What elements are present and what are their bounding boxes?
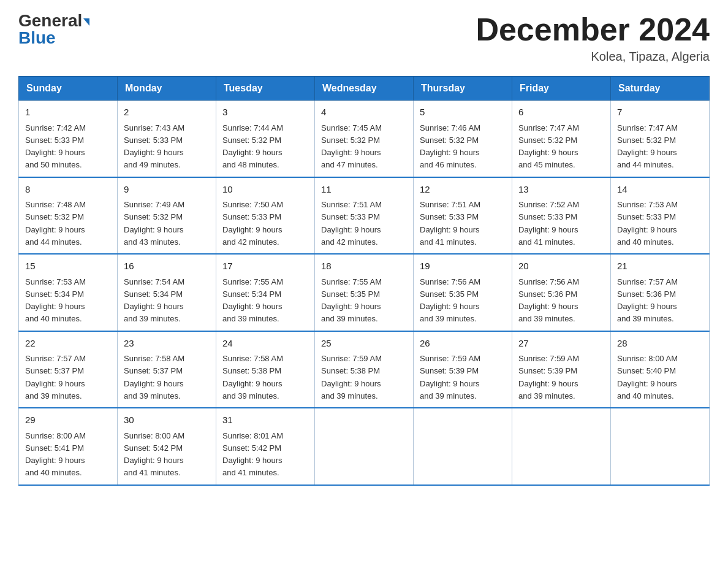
table-row: 25 Sunrise: 7:59 AMSunset: 5:38 PMDaylig… [315, 331, 414, 408]
day-info: Sunrise: 7:54 AMSunset: 5:34 PMDaylight:… [124, 277, 184, 324]
calendar-week-row: 29 Sunrise: 8:00 AMSunset: 5:41 PMDaylig… [19, 408, 710, 485]
day-number: 21 [617, 259, 703, 274]
day-number: 5 [420, 105, 506, 120]
table-row: 19 Sunrise: 7:56 AMSunset: 5:35 PMDaylig… [414, 254, 512, 331]
table-row: 30 Sunrise: 8:00 AMSunset: 5:42 PMDaylig… [118, 408, 216, 485]
day-info: Sunrise: 8:00 AMSunset: 5:40 PMDaylight:… [617, 354, 678, 400]
day-number: 9 [124, 183, 210, 197]
day-number: 6 [518, 105, 604, 120]
day-info: Sunrise: 7:45 AMSunset: 5:32 PMDaylight:… [321, 123, 382, 170]
day-info: Sunrise: 7:55 AMSunset: 5:35 PMDaylight:… [321, 277, 382, 324]
table-row [512, 408, 611, 485]
table-row: 22 Sunrise: 7:57 AMSunset: 5:37 PMDaylig… [19, 331, 118, 408]
col-tuesday: Tuesday [216, 77, 315, 101]
month-title: December 2024 [476, 12, 710, 47]
day-info: Sunrise: 7:42 AMSunset: 5:33 PMDaylight:… [25, 123, 86, 170]
table-row: 9 Sunrise: 7:49 AMSunset: 5:32 PMDayligh… [118, 177, 216, 255]
day-info: Sunrise: 8:00 AMSunset: 5:41 PMDaylight:… [25, 431, 86, 478]
table-row [611, 408, 710, 485]
day-number: 24 [222, 337, 308, 351]
page-header: General Blue December 2024 Kolea, Tipaza… [18, 12, 710, 64]
day-info: Sunrise: 7:57 AMSunset: 5:36 PMDaylight:… [617, 277, 678, 324]
day-number: 22 [25, 337, 111, 351]
day-info: Sunrise: 8:00 AMSunset: 5:42 PMDaylight:… [124, 431, 184, 478]
day-info: Sunrise: 7:51 AMSunset: 5:33 PMDaylight:… [321, 200, 382, 247]
day-info: Sunrise: 7:57 AMSunset: 5:37 PMDaylight:… [25, 354, 86, 400]
table-row: 27 Sunrise: 7:59 AMSunset: 5:39 PMDaylig… [512, 331, 611, 408]
table-row: 18 Sunrise: 7:55 AMSunset: 5:35 PMDaylig… [315, 254, 414, 331]
day-number: 26 [420, 337, 506, 351]
table-row: 12 Sunrise: 7:51 AMSunset: 5:33 PMDaylig… [414, 177, 512, 255]
table-row: 26 Sunrise: 7:59 AMSunset: 5:39 PMDaylig… [414, 331, 512, 408]
day-info: Sunrise: 7:48 AMSunset: 5:32 PMDaylight:… [25, 200, 86, 247]
day-info: Sunrise: 7:43 AMSunset: 5:33 PMDaylight:… [124, 123, 184, 170]
day-number: 18 [321, 259, 407, 274]
table-row: 20 Sunrise: 7:56 AMSunset: 5:36 PMDaylig… [512, 254, 611, 331]
logo: General Blue [18, 12, 89, 47]
day-info: Sunrise: 7:55 AMSunset: 5:34 PMDaylight:… [222, 277, 283, 324]
day-info: Sunrise: 7:53 AMSunset: 5:33 PMDaylight:… [617, 200, 678, 247]
calendar-header-row: Sunday Monday Tuesday Wednesday Thursday… [19, 77, 710, 101]
location-label: Kolea, Tipaza, Algeria [476, 50, 710, 64]
day-info: Sunrise: 7:58 AMSunset: 5:37 PMDaylight:… [124, 354, 184, 400]
day-number: 8 [25, 183, 111, 197]
col-sunday: Sunday [19, 77, 118, 101]
table-row: 7 Sunrise: 7:47 AMSunset: 5:32 PMDayligh… [611, 101, 710, 177]
logo-triangle-icon [83, 18, 89, 26]
day-info: Sunrise: 7:47 AMSunset: 5:32 PMDaylight:… [617, 123, 678, 170]
table-row: 8 Sunrise: 7:48 AMSunset: 5:32 PMDayligh… [19, 177, 118, 255]
table-row: 14 Sunrise: 7:53 AMSunset: 5:33 PMDaylig… [611, 177, 710, 255]
day-number: 2 [124, 105, 210, 120]
day-info: Sunrise: 7:59 AMSunset: 5:39 PMDaylight:… [420, 354, 480, 400]
table-row: 13 Sunrise: 7:52 AMSunset: 5:33 PMDaylig… [512, 177, 611, 255]
day-number: 29 [25, 413, 111, 427]
col-wednesday: Wednesday [315, 77, 414, 101]
calendar-week-row: 22 Sunrise: 7:57 AMSunset: 5:37 PMDaylig… [19, 331, 710, 408]
day-info: Sunrise: 7:46 AMSunset: 5:32 PMDaylight:… [420, 123, 480, 170]
table-row: 11 Sunrise: 7:51 AMSunset: 5:33 PMDaylig… [315, 177, 414, 255]
col-friday: Friday [512, 77, 611, 101]
day-info: Sunrise: 7:56 AMSunset: 5:36 PMDaylight:… [518, 277, 579, 324]
table-row: 28 Sunrise: 8:00 AMSunset: 5:40 PMDaylig… [611, 331, 710, 408]
day-number: 27 [518, 337, 604, 351]
day-number: 19 [420, 259, 506, 274]
table-row: 16 Sunrise: 7:54 AMSunset: 5:34 PMDaylig… [118, 254, 216, 331]
table-row: 15 Sunrise: 7:53 AMSunset: 5:34 PMDaylig… [19, 254, 118, 331]
day-number: 7 [617, 105, 703, 120]
table-row: 4 Sunrise: 7:45 AMSunset: 5:32 PMDayligh… [315, 101, 414, 177]
table-row [315, 408, 414, 485]
logo-text-2: Blue [18, 29, 56, 47]
day-info: Sunrise: 7:47 AMSunset: 5:32 PMDaylight:… [518, 123, 579, 170]
day-info: Sunrise: 7:56 AMSunset: 5:35 PMDaylight:… [420, 277, 480, 324]
day-number: 16 [124, 259, 210, 274]
calendar-week-row: 1 Sunrise: 7:42 AMSunset: 5:33 PMDayligh… [19, 101, 710, 177]
day-info: Sunrise: 7:53 AMSunset: 5:34 PMDaylight:… [25, 277, 86, 324]
day-info: Sunrise: 7:44 AMSunset: 5:32 PMDaylight:… [222, 123, 283, 170]
calendar-week-row: 8 Sunrise: 7:48 AMSunset: 5:32 PMDayligh… [19, 177, 710, 255]
table-row: 2 Sunrise: 7:43 AMSunset: 5:33 PMDayligh… [118, 101, 216, 177]
day-info: Sunrise: 7:58 AMSunset: 5:38 PMDaylight:… [222, 354, 283, 400]
col-thursday: Thursday [414, 77, 512, 101]
day-number: 17 [222, 259, 308, 274]
table-row: 23 Sunrise: 7:58 AMSunset: 5:37 PMDaylig… [118, 331, 216, 408]
title-section: December 2024 Kolea, Tipaza, Algeria [476, 12, 710, 64]
day-number: 13 [518, 183, 604, 197]
calendar-table: Sunday Monday Tuesday Wednesday Thursday… [18, 76, 710, 486]
logo-text-1: General [18, 12, 89, 29]
day-number: 23 [124, 337, 210, 351]
table-row: 10 Sunrise: 7:50 AMSunset: 5:33 PMDaylig… [216, 177, 315, 255]
col-monday: Monday [118, 77, 216, 101]
day-number: 31 [222, 413, 308, 427]
table-row: 21 Sunrise: 7:57 AMSunset: 5:36 PMDaylig… [611, 254, 710, 331]
table-row: 24 Sunrise: 7:58 AMSunset: 5:38 PMDaylig… [216, 331, 315, 408]
table-row: 31 Sunrise: 8:01 AMSunset: 5:42 PMDaylig… [216, 408, 315, 485]
table-row [414, 408, 512, 485]
table-row: 29 Sunrise: 8:00 AMSunset: 5:41 PMDaylig… [19, 408, 118, 485]
table-row: 3 Sunrise: 7:44 AMSunset: 5:32 PMDayligh… [216, 101, 315, 177]
calendar-week-row: 15 Sunrise: 7:53 AMSunset: 5:34 PMDaylig… [19, 254, 710, 331]
day-number: 10 [222, 183, 308, 197]
table-row: 6 Sunrise: 7:47 AMSunset: 5:32 PMDayligh… [512, 101, 611, 177]
day-info: Sunrise: 7:49 AMSunset: 5:32 PMDaylight:… [124, 200, 184, 247]
table-row: 5 Sunrise: 7:46 AMSunset: 5:32 PMDayligh… [414, 101, 512, 177]
day-number: 30 [124, 413, 210, 427]
